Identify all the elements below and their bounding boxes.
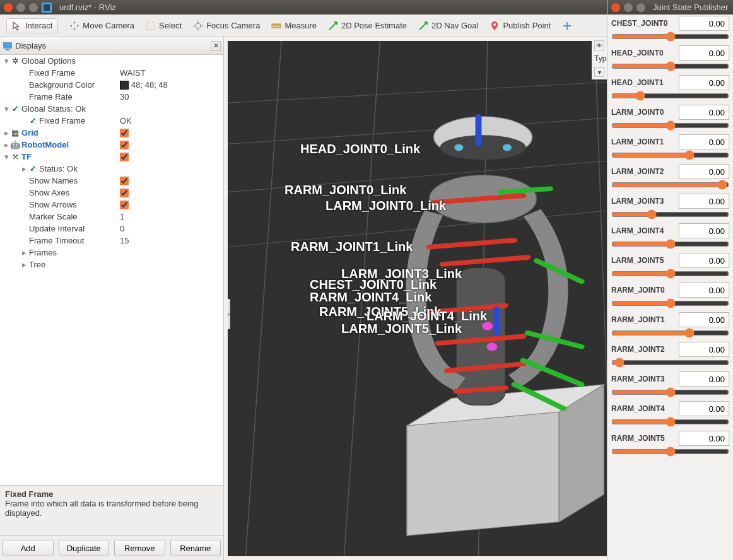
bg-color-value[interactable]: 48; 48; 48 [120, 79, 221, 91]
joint-slider[interactable] [611, 238, 729, 250]
close-icon[interactable] [4, 3, 13, 12]
focus-camera-button[interactable]: Focus Camera [193, 21, 260, 31]
joint-slider[interactable] [611, 446, 729, 457]
joint-value-field[interactable] [679, 401, 729, 416]
joint-slider[interactable] [611, 31, 729, 42]
joint-value-field[interactable] [679, 105, 729, 120]
expand-icon[interactable]: ▾ [3, 55, 10, 67]
add-tool-button[interactable] [562, 21, 572, 31]
svg-line-39 [501, 189, 550, 192]
joint-slider[interactable] [611, 61, 729, 72]
frame-timeout-label[interactable]: Frame Timeout [28, 235, 120, 247]
select-icon [146, 21, 156, 31]
show-names-checkbox[interactable] [120, 177, 129, 185]
joint-value-field[interactable] [679, 371, 729, 387]
joint-slider[interactable] [611, 387, 729, 398]
grid-item[interactable]: Grid [20, 127, 120, 139]
show-names-label[interactable]: Show Names [28, 175, 120, 187]
joint-value-field[interactable] [679, 312, 729, 327]
tf-checkbox[interactable] [120, 153, 129, 161]
joint-value-field[interactable] [679, 75, 729, 90]
update-interval-label[interactable]: Update Interval [28, 223, 120, 235]
joint-value-field[interactable] [679, 134, 729, 149]
fixed-frame-value[interactable]: WAIST [120, 67, 221, 79]
joint-value-field[interactable] [679, 16, 729, 31]
status-fixed-frame-label[interactable]: Fixed Frame [38, 115, 120, 127]
joint-value-field[interactable] [679, 253, 729, 268]
show-arrows-checkbox[interactable] [120, 201, 129, 209]
frame-rate-label[interactable]: Frame Rate [28, 91, 120, 103]
bg-color-label[interactable]: Background Color [28, 79, 120, 91]
global-status-item[interactable]: Global Status: Ok [20, 103, 120, 115]
move-camera-label: Move Camera [83, 21, 134, 30]
joint-value-field[interactable] [679, 194, 729, 209]
grid-checkbox[interactable] [120, 129, 129, 137]
rename-button[interactable]: Rename [170, 540, 221, 556]
tf-item[interactable]: TF [20, 151, 120, 163]
maximize-icon[interactable] [636, 3, 645, 12]
global-options-item[interactable]: Global Options [20, 55, 120, 67]
show-axes-checkbox[interactable] [120, 189, 129, 197]
expand-icon[interactable]: ▸ [20, 163, 28, 175]
minimize-icon[interactable] [16, 3, 25, 12]
joint-state-panel: Joint State Publisher CHEST_JOINT0HEAD_J… [607, 0, 733, 560]
joint-row: RARM_JOINT1 [607, 311, 733, 341]
joint-slider[interactable] [611, 327, 729, 339]
joint-value-field[interactable] [679, 283, 729, 298]
fixed-frame-label[interactable]: Fixed Frame [28, 67, 120, 79]
left-handle[interactable]: ◂ [228, 299, 230, 329]
expand-icon[interactable]: ▾ [3, 103, 10, 115]
expand-icon[interactable]: ▸ [20, 259, 28, 271]
publish-point-button[interactable]: Publish Point [490, 21, 551, 31]
joint-slider[interactable] [611, 357, 729, 368]
joint-value-field[interactable] [679, 45, 729, 61]
joint-value-field[interactable] [679, 164, 729, 179]
minimize-icon[interactable] [624, 3, 633, 12]
close-icon[interactable] [611, 3, 620, 12]
displays-tree[interactable]: ▾✲Global Options Fixed FrameWAIST Backgr… [0, 55, 223, 485]
joint-slider[interactable] [611, 149, 729, 161]
tf-status-item[interactable]: Status: Ok [38, 163, 120, 175]
joint-name: LARM_JOINT1 [611, 137, 664, 146]
expand-views-icon[interactable]: ▾ [594, 67, 604, 77]
remove-button[interactable]: Remove [114, 540, 165, 556]
joint-name: LARM_JOINT2 [611, 167, 664, 176]
move-camera-button[interactable]: Move Camera [69, 21, 134, 31]
joint-slider[interactable] [611, 120, 729, 131]
joint-slider[interactable] [611, 209, 729, 220]
help-body: Frame into which all data is transformed… [5, 499, 198, 518]
pose-estimate-button[interactable]: 2D Pose Estimate [328, 21, 407, 31]
joint-slider[interactable] [611, 179, 729, 190]
expand-icon[interactable]: ▸ [3, 127, 10, 139]
tree-item[interactable]: Tree [28, 259, 120, 271]
maximize-icon[interactable] [29, 3, 38, 12]
robotmodel-item[interactable]: RobotModel [20, 139, 120, 151]
expand-icon[interactable]: ▾ [3, 151, 10, 163]
expand-icon[interactable]: ▸ [20, 247, 28, 259]
interact-button[interactable]: Interact [6, 18, 58, 33]
add-button[interactable]: Add [3, 540, 54, 556]
joint-slider[interactable] [611, 90, 729, 102]
measure-button[interactable]: Measure [271, 21, 317, 31]
joint-slider[interactable] [611, 416, 729, 428]
select-button[interactable]: Select [146, 21, 182, 31]
views-icon[interactable]: 👁 [594, 40, 604, 50]
marker-scale-value[interactable]: 1 [120, 211, 221, 223]
update-interval-value[interactable]: 0 [120, 223, 221, 235]
close-panel-button[interactable]: ✕ [211, 41, 221, 51]
frames-item[interactable]: Frames [28, 247, 120, 259]
joint-value-field[interactable] [679, 431, 729, 446]
show-arrows-label[interactable]: Show Arrows [28, 199, 120, 211]
joint-slider[interactable] [611, 268, 729, 279]
joint-slider[interactable] [611, 298, 729, 309]
joint-value-field[interactable] [679, 342, 729, 357]
robotmodel-checkbox[interactable] [120, 141, 129, 149]
expand-icon[interactable]: ▸ [3, 139, 10, 151]
nav-goal-button[interactable]: 2D Nav Goal [418, 21, 478, 31]
duplicate-button[interactable]: Duplicate [59, 540, 110, 556]
marker-scale-label[interactable]: Marker Scale [28, 211, 120, 223]
show-axes-label[interactable]: Show Axes [28, 187, 120, 199]
frame-rate-value[interactable]: 30 [120, 91, 221, 103]
frame-timeout-value[interactable]: 15 [120, 235, 221, 247]
joint-value-field[interactable] [679, 223, 729, 238]
